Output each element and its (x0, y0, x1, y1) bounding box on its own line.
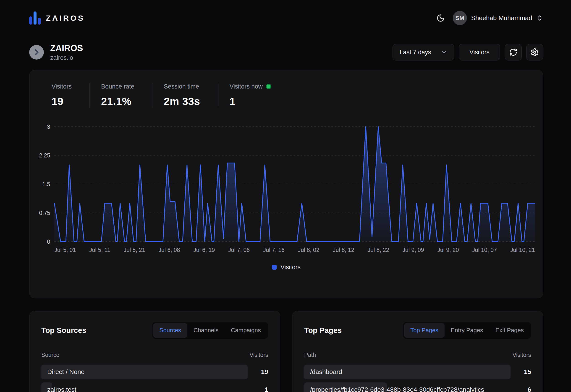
top-sources-card: Top Sources Sources Channels Campaigns S… (29, 311, 280, 392)
moon-icon (436, 14, 445, 22)
x-axis: Jul 5, 01Jul 5, 11Jul 5, 21Jul 6, 08Jul … (54, 247, 535, 253)
theme-toggle-button[interactable] (436, 14, 445, 22)
x-tick-label: Jul 8, 12 (333, 247, 355, 253)
avatar: SM (453, 11, 467, 25)
x-tick-label: Jul 5, 01 (54, 247, 76, 253)
brand-logo-icon (29, 11, 41, 25)
stat-value: 21.1% (101, 95, 134, 108)
top-sources-title: Top Sources (41, 326, 86, 335)
path-value: 15 (511, 368, 531, 376)
stat-label: Session time (164, 83, 199, 90)
stat-value: 2m 33s (164, 95, 200, 108)
path-label: /dashboard (304, 368, 511, 376)
tab-campaigns[interactable]: Campaigns (225, 323, 267, 338)
refresh-button[interactable] (505, 44, 522, 60)
table-row[interactable]: /properties/fb1cc972-6de3-488b-83e4-30d6… (304, 382, 531, 392)
legend-label: Visitors (281, 264, 300, 271)
site-domain: zairos.io (50, 54, 83, 61)
tab-top-pages[interactable]: Top Pages (404, 323, 444, 338)
x-tick-label: Jul 5, 11 (89, 247, 111, 253)
brand[interactable]: ZAIROS (29, 11, 85, 25)
x-tick-label: Jul 8, 02 (298, 247, 319, 253)
stat-session-time: Session time 2m 33s (164, 83, 218, 108)
live-indicator-dot (266, 84, 271, 89)
stats-row: Visitors 19 Bounce rate 21.1% Session ti… (29, 83, 543, 108)
chevron-down-icon (441, 49, 447, 56)
top-pages-title: Top Pages (304, 326, 342, 335)
y-tick-label: 3 (47, 123, 50, 130)
x-tick-label: Jul 9, 20 (437, 247, 459, 253)
stat-visitors-now: Visitors now 1 (229, 83, 289, 108)
legend-swatch-visitors (272, 265, 277, 270)
stat-value: 19 (52, 95, 72, 108)
tab-channels[interactable]: Channels (187, 323, 225, 338)
settings-button[interactable] (526, 44, 543, 60)
table-row[interactable]: zairos.test 1 (41, 382, 268, 392)
breakdown-panels: Top Sources Sources Channels Campaigns S… (29, 311, 543, 392)
source-label: Direct / None (41, 368, 248, 376)
column-header-source: Source (41, 352, 59, 358)
stat-bounce-rate: Bounce rate 21.1% (101, 83, 152, 108)
site-favicon (29, 45, 44, 59)
site-meta: ZAIROS zairos.io (50, 43, 83, 61)
column-header-visitors: Visitors (512, 352, 531, 358)
x-tick-label: Jul 9, 09 (402, 247, 424, 253)
site-name: ZAIROS (50, 43, 83, 53)
y-tick-label: 2.25 (39, 152, 50, 159)
y-tick-label: 0.75 (39, 210, 50, 216)
stat-label: Bounce rate (101, 83, 134, 90)
date-range-label: Last 7 days (400, 49, 431, 56)
chevrons-up-down-icon (536, 14, 543, 21)
gear-icon (530, 48, 539, 56)
table-row[interactable]: Direct / None 19 (41, 365, 268, 379)
header-controls: Last 7 days Visitors (393, 44, 543, 60)
x-tick-label: Jul 7, 16 (263, 247, 285, 253)
stat-label: Visitors (52, 83, 72, 90)
date-range-select[interactable]: Last 7 days (393, 44, 454, 60)
column-header-path: Path (304, 352, 316, 358)
x-tick-label: Jul 5, 21 (124, 247, 145, 253)
user-name: Sheehab Muhammad (471, 14, 532, 22)
topnav-right: SM Sheehab Muhammad (436, 11, 543, 25)
chart-canvas (54, 127, 535, 242)
chart-legend: Visitors (29, 264, 543, 271)
x-tick-label: Jul 8, 22 (368, 247, 389, 253)
analytics-dashboard: ZAIROS SM Sheehab Muhammad (0, 0, 571, 392)
x-tick-label: Jul 7, 06 (228, 247, 250, 253)
site-header: ZAIROS zairos.io Last 7 days Visitors (29, 43, 543, 61)
path-label: /properties/fb1cc972-6de3-488b-83e4-30d6… (304, 386, 511, 392)
x-tick-label: Jul 10, 07 (472, 247, 497, 253)
tab-entry-pages[interactable]: Entry Pages (444, 323, 489, 338)
refresh-icon (509, 48, 517, 56)
x-tick-label: Jul 6, 08 (158, 247, 180, 253)
source-value: 1 (248, 386, 268, 392)
y-tick-label: 1.5 (42, 181, 50, 187)
top-navigation: ZAIROS SM Sheehab Muhammad (29, 0, 543, 36)
source-label: zairos.test (41, 386, 248, 392)
tab-sources[interactable]: Sources (153, 323, 187, 338)
stat-label: Visitors now (229, 83, 263, 90)
stat-visitors: Visitors 19 (52, 83, 90, 108)
metric-select-button[interactable]: Visitors (459, 44, 500, 60)
source-value: 19 (248, 368, 268, 376)
visitors-area-chart[interactable]: 32.251.50.750 (54, 127, 535, 242)
sources-tabs: Sources Channels Campaigns (152, 322, 268, 339)
stat-value: 1 (229, 95, 271, 108)
column-header-visitors: Visitors (249, 352, 268, 358)
x-tick-label: Jul 10, 21 (510, 247, 535, 253)
brand-name: ZAIROS (46, 14, 85, 23)
top-pages-card: Top Pages Top Pages Entry Pages Exit Pag… (292, 311, 543, 392)
path-value: 6 (511, 386, 531, 392)
metric-select-label: Visitors (470, 49, 489, 56)
site-identity: ZAIROS zairos.io (29, 43, 83, 61)
y-tick-label: 0 (47, 238, 50, 245)
user-menu[interactable]: SM Sheehab Muhammad (453, 11, 543, 25)
pages-tabs: Top Pages Entry Pages Exit Pages (403, 322, 531, 339)
tab-exit-pages[interactable]: Exit Pages (489, 323, 530, 338)
visitors-chart-card: Visitors 19 Bounce rate 21.1% Session ti… (29, 70, 543, 298)
chevron-right-icon (33, 48, 40, 56)
x-tick-label: Jul 6, 19 (193, 247, 215, 253)
table-row[interactable]: /dashboard 15 (304, 365, 531, 379)
